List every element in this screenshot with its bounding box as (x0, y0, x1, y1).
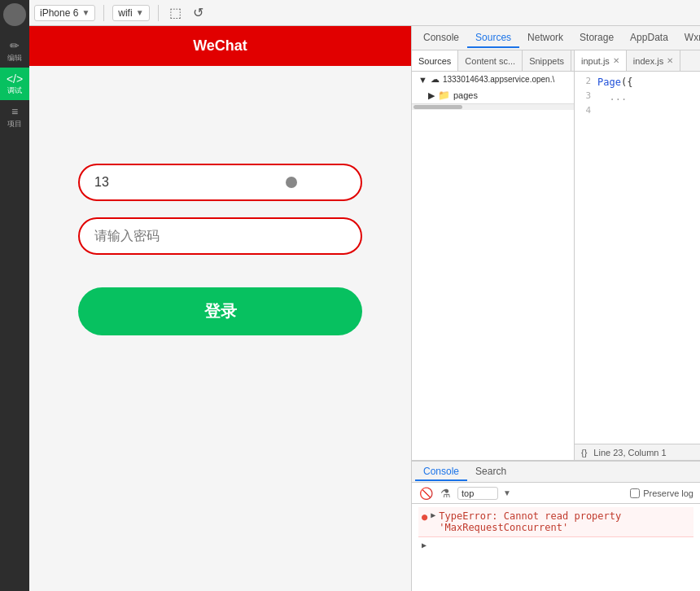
console-panel: Console Search 🚫 ⚗ top ▼ Preserve lo (412, 461, 700, 591)
tree-pages-item[interactable]: ▶ 📁 pages (412, 87, 574, 103)
code-status-text: {} (581, 448, 587, 457)
console-tabs: Console Search (412, 462, 700, 483)
device-name: iPhone 6 (40, 7, 78, 19)
preserve-log-checkbox[interactable] (630, 488, 640, 498)
tab-wxml[interactable]: Wxml (676, 28, 700, 48)
top-bar: iPhone 6 ▼ wifi ▼ ⬚ ↺ (29, 0, 700, 26)
separator-2 (158, 5, 159, 21)
code-panel: input.js ✕ index.js ✕ 2 Page({ (575, 50, 700, 460)
edit-icon: ✏ (10, 39, 20, 53)
phone-input[interactable] (78, 164, 362, 201)
devtools-middle: Sources Content sc... Snippets ⋮ ▼ ☁ (412, 50, 700, 461)
error-circle-icon: ● (422, 511, 427, 523)
close-index-js-icon[interactable]: ✕ (667, 56, 673, 65)
tab-storage[interactable]: Storage (571, 28, 622, 48)
sidebar-item-project[interactable]: ≡ 项目 (0, 100, 29, 134)
tab-console-label: Console (423, 32, 459, 43)
console-filter-input[interactable]: top (457, 487, 498, 500)
sidebar-item-debug-label: 调试 (7, 86, 22, 95)
sidebar-item-debug[interactable]: </> 调试 (0, 68, 29, 101)
tab-console[interactable]: Console (415, 28, 467, 48)
separator-1 (103, 5, 104, 21)
tab-storage-label: Storage (580, 32, 614, 43)
console-tab-search[interactable]: Search (467, 463, 514, 481)
preserve-log-wrapper: Preserve log (630, 488, 693, 498)
password-input-wrapper (78, 217, 362, 255)
device-arrow-icon: ▼ (81, 8, 90, 17)
wechat-title: WeChat (193, 37, 247, 54)
refresh-icon[interactable]: ↺ (190, 5, 208, 20)
console-tab-console-label: Console (423, 466, 459, 477)
source-tab-more-icon[interactable]: ⋮ (571, 53, 574, 69)
code-tab-index-js-label: index.js (633, 56, 663, 66)
code-tab-index-js[interactable]: index.js ✕ (627, 50, 680, 71)
password-input[interactable] (78, 217, 362, 255)
devtools-panel: Console Sources Network Storage AppData … (412, 26, 700, 591)
console-prompt: ▶ (418, 537, 693, 553)
console-toolbar: 🚫 ⚗ top ▼ Preserve log (412, 483, 700, 504)
tab-network-label: Network (527, 32, 563, 43)
console-error-entry: ● ▶ TypeError: Cannot read property 'Max… (418, 507, 693, 537)
tab-sources-label: Sources (475, 32, 511, 43)
prompt-arrow-icon: ▶ (422, 541, 427, 549)
sidebar-item-project-label: 项目 (7, 120, 22, 129)
console-tab-console[interactable]: Console (415, 463, 467, 481)
sidebar-item-edit-label: 编辑 (7, 54, 22, 63)
tree-scrollbar[interactable] (412, 103, 574, 110)
console-tab-search-label: Search (475, 466, 506, 477)
tree-root-item[interactable]: ▼ ☁ 1333014643.appservice.open.\ (412, 72, 574, 87)
console-filter-value: top (462, 488, 474, 498)
network-selector[interactable]: wifi ▼ (112, 5, 149, 21)
tree-pages-label: pages (453, 90, 478, 100)
source-sub-tab-sources[interactable]: Sources (412, 50, 458, 71)
avatar (3, 3, 26, 26)
source-sub-tab-content[interactable]: Content sc... (458, 50, 523, 71)
code-line-4: 4 (575, 104, 700, 118)
filter-icon[interactable]: ⚗ (438, 487, 453, 500)
code-line-3: 3 ... (575, 90, 700, 104)
error-message: TypeError: Cannot read property 'MaxRequ… (439, 510, 690, 533)
code-tab-input-js-label: input.js (581, 56, 610, 66)
phone-input-wrapper (78, 164, 362, 201)
tab-network[interactable]: Network (519, 28, 571, 48)
debug-icon: </> (7, 72, 23, 86)
source-sub-tab-content-label: Content sc... (465, 56, 515, 66)
code-position: Line 23, Column 1 (593, 448, 666, 457)
code-tab-input-js[interactable]: input.js ✕ (575, 50, 627, 71)
phone-preview: WeChat 登录 (29, 26, 412, 591)
filter-dropdown-icon[interactable]: ▼ (503, 488, 511, 497)
network-name: wifi (118, 7, 132, 19)
source-sub-tab-snippets[interactable]: Snippets (523, 50, 571, 71)
tab-appdata[interactable]: AppData (622, 28, 676, 48)
source-tree: Sources Content sc... Snippets ⋮ ▼ ☁ (412, 50, 575, 460)
main-area: iPhone 6 ▼ wifi ▼ ⬚ ↺ WeChat (29, 0, 700, 591)
folder-icon: 📁 (438, 90, 450, 101)
clear-console-icon[interactable]: 🚫 (418, 487, 433, 500)
tree-expand-icon: ▼ (418, 75, 427, 85)
tab-appdata-label: AppData (630, 32, 668, 43)
console-output: ● ▶ TypeError: Cannot read property 'Max… (412, 504, 700, 591)
input-cursor-dot (286, 177, 297, 188)
tree-folder-expand-icon: ▶ (428, 90, 435, 101)
code-area[interactable]: 2 Page({ 3 ... 4 (575, 72, 700, 444)
network-arrow-icon: ▼ (136, 8, 144, 17)
project-icon: ≡ (11, 105, 18, 119)
preserve-log-label: Preserve log (643, 488, 693, 498)
devtools-icon[interactable]: ⬚ (167, 5, 185, 20)
source-sub-tab-snippets-label: Snippets (529, 56, 564, 66)
code-line-2: 2 Page({ (575, 75, 700, 90)
login-button[interactable]: 登录 (78, 287, 362, 335)
wechat-header: WeChat (29, 26, 411, 66)
tree-scroll-thumb (413, 105, 462, 109)
wechat-app: WeChat 登录 (29, 26, 411, 591)
device-selector[interactable]: iPhone 6 ▼ (34, 5, 95, 21)
tab-sources[interactable]: Sources (467, 28, 519, 48)
cloud-icon: ☁ (431, 74, 440, 85)
close-input-js-icon[interactable]: ✕ (613, 56, 619, 65)
tab-wxml-label: Wxml (685, 32, 700, 43)
sidebar-item-edit[interactable]: ✏ 编辑 (0, 34, 29, 68)
source-sub-tab-sources-label: Sources (418, 56, 451, 66)
sidebar: ✏ 编辑 </> 调试 ≡ 项目 (0, 0, 29, 591)
content-row: WeChat 登录 (29, 26, 700, 591)
error-expand-icon[interactable]: ▶ (431, 510, 435, 519)
